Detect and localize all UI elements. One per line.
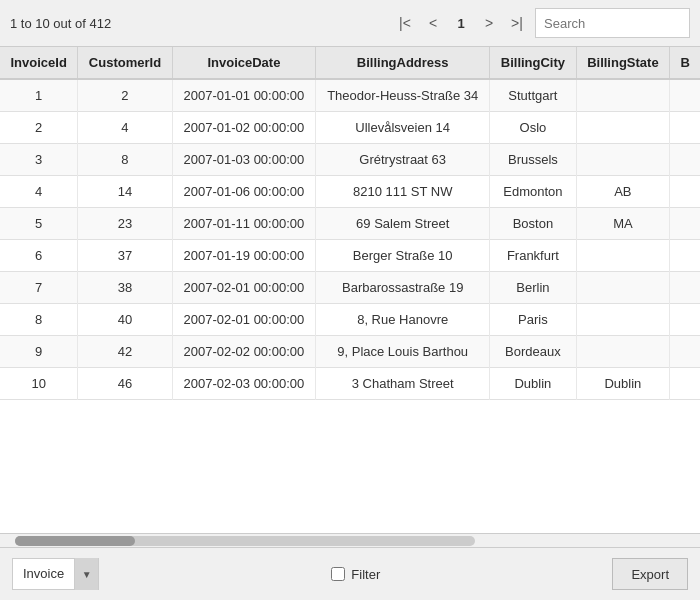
table-cell (576, 240, 670, 272)
table-row[interactable]: 5232007-01-11 00:00:0069 Salem StreetBos… (0, 208, 700, 240)
table-cell (576, 304, 670, 336)
table-cell: Oslo (490, 112, 576, 144)
table-cell (670, 144, 700, 176)
table-cell: 1 (0, 79, 78, 112)
bottom-bar: Invoice ▼ Filter Export (0, 547, 700, 600)
table-row[interactable]: 7382007-02-01 00:00:00Barbarossastraße 1… (0, 272, 700, 304)
table-cell: Frankfurt (490, 240, 576, 272)
table-cell: Grétrystraat 63 (316, 144, 490, 176)
invoice-table: InvoiceId CustomerId InvoiceDate Billing… (0, 47, 700, 400)
table-cell: Stuttgart (490, 79, 576, 112)
table-cell: Dublin (490, 368, 576, 400)
table-cell: Paris (490, 304, 576, 336)
table-row[interactable]: 4142007-01-06 00:00:008210 111 ST NWEdmo… (0, 176, 700, 208)
top-bar: 1 to 10 out of 412 |< < 1 > >| (0, 0, 700, 47)
dropdown-label: Invoice (13, 558, 74, 590)
table-cell: 6 (0, 240, 78, 272)
table-row[interactable]: 242007-01-02 00:00:00Ullevålsveien 14Osl… (0, 112, 700, 144)
table-cell: 40 (78, 304, 172, 336)
table-cell (670, 368, 700, 400)
table-cell: Dublin (576, 368, 670, 400)
table-cell: 8, Rue Hanovre (316, 304, 490, 336)
table-cell: 2007-02-03 00:00:00 (172, 368, 315, 400)
table-row[interactable]: 8402007-02-01 00:00:008, Rue HanovrePari… (0, 304, 700, 336)
table-cell: 2007-01-11 00:00:00 (172, 208, 315, 240)
table-cell (670, 336, 700, 368)
table-row[interactable]: 10462007-02-03 00:00:003 Chatham StreetD… (0, 368, 700, 400)
table-cell: AB (576, 176, 670, 208)
table-row[interactable]: 122007-01-01 00:00:00Theodor-Heuss-Straß… (0, 79, 700, 112)
table-cell: 3 Chatham Street (316, 368, 490, 400)
table-cell (670, 240, 700, 272)
table-cell: 9 (0, 336, 78, 368)
table-cell (576, 336, 670, 368)
first-page-button[interactable]: |< (393, 11, 417, 35)
col-header-invoiceid: InvoiceId (0, 47, 78, 79)
table-cell: Brussels (490, 144, 576, 176)
table-cell (576, 144, 670, 176)
dropdown-arrow-icon[interactable]: ▼ (74, 558, 98, 590)
table-cell: Berger Straße 10 (316, 240, 490, 272)
table-cell: 9, Place Louis Barthou (316, 336, 490, 368)
last-page-button[interactable]: >| (505, 11, 529, 35)
col-header-billingaddress: BillingAddress (316, 47, 490, 79)
filter-checkbox[interactable] (331, 567, 345, 581)
table-cell: Bordeaux (490, 336, 576, 368)
col-header-extra: B (670, 47, 700, 79)
table-cell: Barbarossastraße 19 (316, 272, 490, 304)
next-page-button[interactable]: > (477, 11, 501, 35)
col-header-customerid: CustomerId (78, 47, 172, 79)
table-cell: 2007-02-01 00:00:00 (172, 272, 315, 304)
col-header-invoicedate: InvoiceDate (172, 47, 315, 79)
table-cell: 8210 111 ST NW (316, 176, 490, 208)
table-cell: Theodor-Heuss-Straße 34 (316, 79, 490, 112)
table-cell: 46 (78, 368, 172, 400)
filter-area: Filter (99, 567, 612, 582)
table-cell: 23 (78, 208, 172, 240)
table-cell (576, 272, 670, 304)
table-cell: 2 (78, 79, 172, 112)
table-cell: 2007-02-01 00:00:00 (172, 304, 315, 336)
table-cell (670, 79, 700, 112)
table-cell: 8 (0, 304, 78, 336)
table-cell: 38 (78, 272, 172, 304)
table-cell: Ullevålsveien 14 (316, 112, 490, 144)
table-cell: Boston (490, 208, 576, 240)
table-cell: Berlin (490, 272, 576, 304)
table-row[interactable]: 6372007-01-19 00:00:00Berger Straße 10Fr… (0, 240, 700, 272)
search-input[interactable] (535, 8, 690, 38)
table-cell: Edmonton (490, 176, 576, 208)
table-cell: 7 (0, 272, 78, 304)
table-cell (670, 112, 700, 144)
table-cell: 69 Salem Street (316, 208, 490, 240)
table-cell: 2007-01-03 00:00:00 (172, 144, 315, 176)
table-cell: 2007-01-06 00:00:00 (172, 176, 315, 208)
table-cell: 14 (78, 176, 172, 208)
table-cell: 3 (0, 144, 78, 176)
table-cell: 5 (0, 208, 78, 240)
table-cell (670, 272, 700, 304)
table-cell: 2007-01-02 00:00:00 (172, 112, 315, 144)
export-button[interactable]: Export (612, 558, 688, 590)
table-cell: 42 (78, 336, 172, 368)
prev-page-button[interactable]: < (421, 11, 445, 35)
scrollbar-track[interactable] (15, 536, 475, 546)
scrollbar-thumb[interactable] (15, 536, 135, 546)
table-cell: MA (576, 208, 670, 240)
table-cell (576, 112, 670, 144)
horizontal-scrollbar[interactable] (0, 533, 700, 547)
col-header-billingcity: BillingCity (490, 47, 576, 79)
current-page: 1 (449, 11, 473, 35)
table-cell: 2007-01-19 00:00:00 (172, 240, 315, 272)
table-cell (670, 176, 700, 208)
table-cell: 2007-01-01 00:00:00 (172, 79, 315, 112)
table-type-dropdown[interactable]: Invoice ▼ (12, 558, 99, 590)
table-cell: 2 (0, 112, 78, 144)
table-cell (670, 208, 700, 240)
table-row[interactable]: 382007-01-03 00:00:00Grétrystraat 63Brus… (0, 144, 700, 176)
table-cell: 4 (0, 176, 78, 208)
table-cell: 10 (0, 368, 78, 400)
col-header-billingstate: BillingState (576, 47, 670, 79)
table-row[interactable]: 9422007-02-02 00:00:009, Place Louis Bar… (0, 336, 700, 368)
pagination-info: 1 to 10 out of 412 (10, 16, 387, 31)
